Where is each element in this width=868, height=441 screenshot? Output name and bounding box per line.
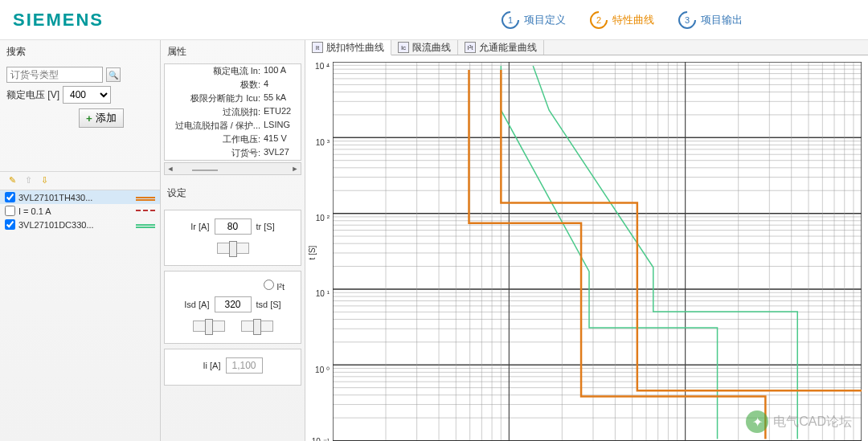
app-header: SIEMENS 1 项目定义 2 特性曲线 3 项目输出 [0, 0, 868, 40]
isd-label: Isd [A] [184, 300, 209, 309]
siemens-logo: SIEMENS [13, 10, 104, 31]
color-swatch-icon [136, 224, 155, 226]
y-axis-title: t [S] [308, 246, 317, 260]
list-item[interactable]: I = 0.1 A [0, 204, 160, 218]
item-checkbox[interactable] [5, 206, 15, 216]
step-number-icon: 3 [674, 7, 699, 32]
ir-input[interactable] [215, 218, 252, 235]
up-arrow-icon[interactable]: ⇧ [23, 175, 34, 186]
props-scrollbar[interactable]: ◄ ► [164, 162, 301, 175]
voltage-label: 额定电压 [V] [6, 88, 59, 102]
props-table: 额定电流 In:100 A 极数:4 极限分断能力 Icu:55 kA 过流脱扣… [164, 63, 301, 161]
tsd-slider[interactable] [241, 321, 273, 332]
settings-title: 设定 [161, 182, 305, 205]
scroll-right-icon[interactable]: ► [289, 165, 301, 173]
ii-input[interactable] [226, 357, 263, 374]
order-number-input[interactable] [6, 67, 103, 83]
i2t-radio[interactable] [264, 280, 274, 290]
tsd-label: tsd [S] [256, 300, 281, 309]
search-panel: 搜索 🔍 额定电压 [V] 400 + 添加 ✎ ⇧ ⇩ [0, 40, 161, 441]
props-title: 属性 [161, 40, 305, 63]
down-arrow-icon[interactable]: ⇩ [39, 175, 50, 186]
color-swatch-icon [136, 197, 155, 198]
isd-group: I²t Isd [A] tsd [S] [164, 271, 301, 344]
item-checkbox[interactable] [5, 192, 15, 202]
wechat-icon: ✦ [746, 410, 768, 433]
search-button[interactable]: 🔍 [106, 67, 121, 82]
tr-label: tr [S] [256, 222, 275, 231]
step-characteristic-curve[interactable]: 2 特性曲线 [590, 11, 654, 29]
list-toolbar: ✎ ⇧ ⇩ [0, 171, 160, 190]
watermark: ✦ 电气CAD论坛 [746, 410, 852, 433]
step-project-output[interactable]: 3 项目输出 [678, 11, 743, 29]
wizard-steps: 1 项目定义 2 特性曲线 3 项目输出 [502, 11, 743, 29]
step-number-icon: 2 [586, 7, 611, 32]
step-number-icon: 1 [497, 7, 522, 32]
ir-group: Ir [A] tr [S] [164, 210, 301, 266]
tab-trip-curve[interactable]: It 脱扣特性曲线 [305, 40, 391, 55]
list-item[interactable]: 3VL27101TH430... [0, 190, 160, 204]
plus-icon: + [86, 112, 92, 125]
scroll-left-icon[interactable]: ◄ [165, 165, 176, 173]
ii-group: Ii [A] [164, 349, 301, 386]
svg-rect-81 [333, 62, 862, 441]
chart-panel: It 脱扣特性曲线 Ic 限流曲线 I²t 允通能量曲线 10 ⁴ 10 ³ 1… [305, 40, 868, 441]
curve-icon: It [312, 42, 323, 53]
voltage-select[interactable]: 400 [63, 86, 111, 104]
list-item[interactable]: 3VL27101DC330... [0, 218, 160, 231]
search-title: 搜索 [0, 40, 160, 63]
edit-icon[interactable]: ✎ [6, 175, 18, 186]
settings-panel: 设定 Ir [A] tr [S] I²t Isd [A] [161, 182, 305, 390]
ir-slider[interactable] [217, 243, 249, 254]
ir-label: Ir [A] [190, 222, 209, 231]
chart-tabs: It 脱扣特性曲线 Ic 限流曲线 I²t 允通能量曲线 [305, 40, 868, 55]
chart-svg [333, 62, 862, 441]
tab-current-limit[interactable]: Ic 限流曲线 [391, 40, 458, 55]
color-swatch-icon [136, 210, 155, 212]
add-button[interactable]: + 添加 [79, 108, 124, 128]
trip-curve-chart: 10 ⁴ 10 ³ 10 ² 10 ¹ 10 ⁰ 10 ⁻¹ t [S] [305, 55, 868, 441]
ii-label: Ii [A] [203, 361, 220, 370]
isd-slider[interactable] [193, 321, 225, 332]
tab-let-through[interactable]: I²t 允通能量曲线 [458, 40, 544, 55]
search-icon: 🔍 [108, 71, 118, 80]
properties-panel: 属性 额定电流 In:100 A 极数:4 极限分断能力 Icu:55 kA 过… [161, 40, 305, 441]
curve-icon: I²t [465, 42, 476, 53]
step-project-def[interactable]: 1 项目定义 [502, 11, 566, 29]
isd-input[interactable] [215, 296, 252, 312]
curve-icon: Ic [398, 42, 409, 53]
device-list: 3VL27101TH430... I = 0.1 A 3VL27101DC330… [0, 190, 160, 231]
item-checkbox[interactable] [5, 219, 15, 230]
